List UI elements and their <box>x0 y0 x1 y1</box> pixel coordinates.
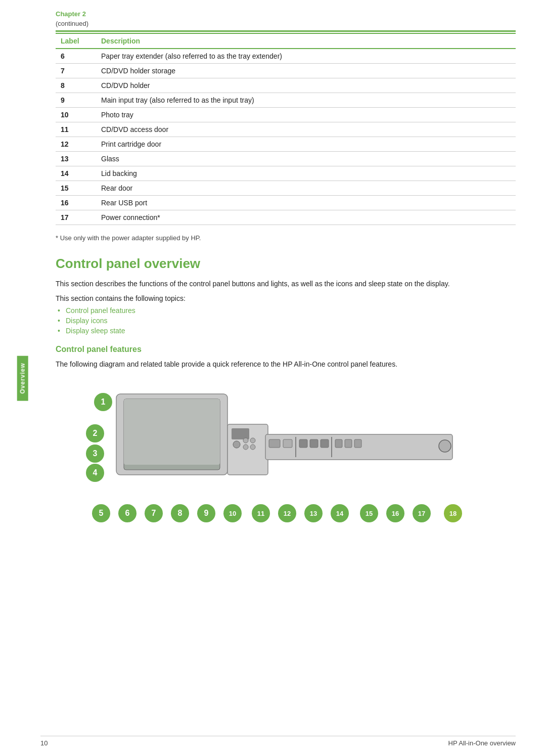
col-header-description: Description <box>96 33 516 49</box>
row-label: 7 <box>56 64 96 78</box>
row-label: 14 <box>56 166 96 181</box>
row-label: 8 <box>56 78 96 93</box>
svg-point-8 <box>243 444 248 450</box>
bubble-11: 11 <box>252 504 270 522</box>
row-label: 10 <box>56 108 96 122</box>
bubble-9: 9 <box>197 504 215 522</box>
svg-point-5 <box>233 441 240 448</box>
bubble-6: 6 <box>118 504 136 522</box>
topic-link[interactable]: Control panel features <box>66 306 135 315</box>
row-label: 15 <box>56 181 96 196</box>
row-label: 11 <box>56 122 96 137</box>
svg-rect-20 <box>354 439 361 448</box>
bubble-1: 1 <box>94 393 112 411</box>
row-description: Paper tray extender (also referred to as… <box>96 49 516 64</box>
bubble-8: 8 <box>171 504 189 522</box>
topic-item: Control panel features <box>66 306 516 315</box>
row-description: Rear USB port <box>96 196 516 210</box>
table-top-line <box>56 30 516 32</box>
control-panel-diagram: 1 2 3 4 5 6 7 8 9 10 11 12 13 14 15 16 1… <box>66 379 480 541</box>
row-description: Rear door <box>96 181 516 196</box>
svg-point-6 <box>243 438 248 443</box>
svg-rect-12 <box>283 439 292 448</box>
row-label: 17 <box>56 210 96 225</box>
row-description: Photo tray <box>96 108 516 122</box>
section-title: Control panel overview <box>56 256 516 272</box>
bubble-5: 5 <box>92 504 110 522</box>
section-body: This section describes the functions of … <box>56 279 516 289</box>
parts-table: Label Description 6 Paper tray extender … <box>56 33 516 225</box>
subsection-title: Control panel features <box>56 345 516 354</box>
topic-item: Display icons <box>66 317 516 325</box>
footer-section-label: HP All-in-One overview <box>448 739 516 747</box>
row-description: Glass <box>96 152 516 166</box>
row-description: Main input tray (also referred to as the… <box>96 93 516 108</box>
table-row: 11 CD/DVD access door <box>56 122 516 137</box>
svg-rect-11 <box>269 439 280 448</box>
topic-link[interactable]: Display sleep state <box>66 327 125 335</box>
svg-rect-2 <box>124 399 220 465</box>
row-label: 6 <box>56 49 96 64</box>
row-description: CD/DVD access door <box>96 122 516 137</box>
table-row: 8 CD/DVD holder <box>56 78 516 93</box>
table-row: 17 Power connection* <box>56 210 516 225</box>
bubble-2: 2 <box>86 424 104 442</box>
bubble-14: 14 <box>331 504 349 522</box>
svg-point-9 <box>250 444 255 450</box>
svg-point-7 <box>250 438 255 443</box>
col-header-label: Label <box>56 33 96 49</box>
table-row: 14 Lid backing <box>56 166 516 181</box>
bubble-13: 13 <box>304 504 323 522</box>
topics-list: Control panel featuresDisplay iconsDispl… <box>66 306 516 335</box>
svg-rect-4 <box>232 428 249 439</box>
table-row: 15 Rear door <box>56 181 516 196</box>
bubble-17: 17 <box>413 504 431 522</box>
svg-rect-15 <box>310 439 318 448</box>
bubble-18: 18 <box>444 504 462 522</box>
bubble-15: 15 <box>360 504 378 522</box>
bubble-10: 10 <box>223 504 242 522</box>
chapter-label: Chapter 2 <box>56 10 516 18</box>
table-row: 16 Rear USB port <box>56 196 516 210</box>
topic-link[interactable]: Display icons <box>66 317 107 325</box>
subsection-body: The following diagram and related table … <box>56 359 516 370</box>
row-label: 12 <box>56 137 96 152</box>
footer-page-num: 10 <box>40 739 48 747</box>
side-tab: Overview <box>17 355 28 401</box>
row-label: 16 <box>56 196 96 210</box>
bubble-16: 16 <box>386 504 404 522</box>
topic-item: Display sleep state <box>66 327 516 335</box>
table-row: 9 Main input tray (also referred to as t… <box>56 93 516 108</box>
table-row: 7 CD/DVD holder storage <box>56 64 516 78</box>
row-label: 13 <box>56 152 96 166</box>
table-row: 10 Photo tray <box>56 108 516 122</box>
row-description: Power connection* <box>96 210 516 225</box>
continued-label: (continued) <box>56 20 516 27</box>
svg-point-21 <box>439 440 451 452</box>
row-description: CD/DVD holder <box>96 78 516 93</box>
svg-rect-19 <box>345 439 352 448</box>
table-row: 13 Glass <box>56 152 516 166</box>
table-footnote: * Use only with the power adapter suppli… <box>56 234 516 242</box>
row-description: CD/DVD holder storage <box>96 64 516 78</box>
printer-illustration <box>86 379 480 520</box>
topics-intro: This section contains the following topi… <box>56 294 516 302</box>
row-description: Print cartridge door <box>96 137 516 152</box>
bubble-7: 7 <box>145 504 163 522</box>
table-row: 6 Paper tray extender (also referred to … <box>56 49 516 64</box>
page-footer: 10 HP All-in-One overview <box>40 736 516 747</box>
bubble-12: 12 <box>278 504 296 522</box>
row-description: Lid backing <box>96 166 516 181</box>
svg-rect-14 <box>299 439 307 448</box>
table-row: 12 Print cartridge door <box>56 137 516 152</box>
svg-rect-16 <box>321 439 329 448</box>
svg-rect-18 <box>335 439 342 448</box>
bubble-3: 3 <box>86 444 104 463</box>
bubble-4: 4 <box>86 464 104 482</box>
row-label: 9 <box>56 93 96 108</box>
